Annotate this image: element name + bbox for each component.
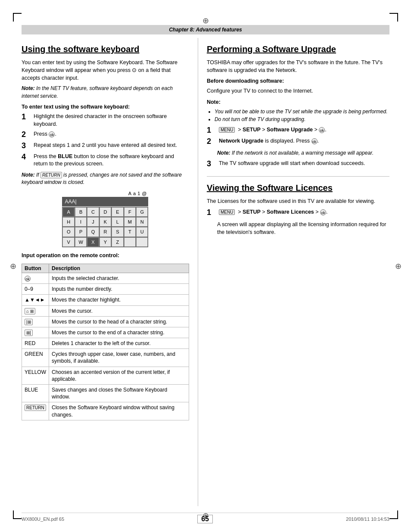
- licences-step-1: 1 MENU > SETUP > Software Licences > ok.: [207, 208, 389, 217]
- left-note1: Note: In the NET TV feature, software ke…: [22, 85, 189, 100]
- kbd-key-O: O: [62, 227, 74, 236]
- right-column: Performing a Software Upgrade TOSHIBA ma…: [198, 38, 389, 506]
- table-row: |⊞ Moves the cursor to the head of a cha…: [22, 316, 189, 327]
- kbd-key-C: C: [87, 207, 99, 217]
- btn-arrows: ▲▼◄►: [22, 295, 49, 305]
- kbd-key-K: K: [100, 217, 111, 227]
- return-icon: RETURN: [25, 404, 46, 411]
- kbd-key-Y: Y: [100, 237, 111, 247]
- table-row: RETURN Closes the Software Keyboard wind…: [22, 402, 189, 420]
- table-row: ⊞| Moves the cursor to the end of a char…: [22, 327, 189, 338]
- licences-intro: The Licenses for the software used in th…: [207, 197, 389, 205]
- kbd-key-G: G: [136, 207, 148, 217]
- menu-key-icon: MENU: [219, 127, 235, 133]
- kbd-key-Z: Z: [112, 237, 123, 247]
- ok-icon-2: ok: [311, 138, 318, 144]
- kbd-key-W: W: [75, 237, 87, 247]
- col-button: Button: [22, 264, 49, 273]
- kbd-top-row: A a 1 @: [62, 191, 148, 196]
- section-divider: [207, 176, 389, 177]
- crosshair-top: ⊕: [201, 16, 210, 25]
- table-heading: Input operation on the remote control:: [22, 252, 189, 259]
- upgrade-steps-list: 1 MENU > SETUP > Software Upgrade > ok. …: [207, 126, 389, 146]
- content-area: Using the software keyboard You can ente…: [22, 38, 389, 506]
- page-footer: WX800U_EN.pdf 65 65 2010/08/11 10:14:53: [22, 513, 389, 523]
- crosshair-right: ⊕: [394, 262, 402, 271]
- btn-end: ⊞|: [22, 327, 49, 338]
- btn-yellow: YELLOW: [22, 367, 49, 384]
- kbd-input-row: AAA|: [62, 197, 148, 206]
- table-row: RED Deletes 1 character to the left of t…: [22, 338, 189, 349]
- table-row: YELLOW Chooses an accented version of th…: [22, 367, 189, 384]
- step-2: 2 Press ok.: [22, 131, 189, 139]
- upgrade-step-3: 3 The TV software upgrade will start whe…: [207, 160, 389, 168]
- bullet-2: Do not turn off the TV during upgrading.: [215, 116, 389, 123]
- btn-red: RED: [22, 338, 49, 349]
- table-row: BLUE Saves changes and closes the Softwa…: [22, 385, 189, 402]
- btn-cursor: ⌂ ⊞: [22, 305, 49, 316]
- kbd-key-M: M: [124, 217, 136, 227]
- table-row: ▲▼◄► Moves the character highlight.: [22, 295, 189, 305]
- footer-right: 2010/08/11 10:14:53: [346, 516, 389, 522]
- bullet-1: You will not be able to use the TV set w…: [215, 108, 389, 115]
- kbd-key-N: N: [136, 217, 148, 227]
- kbd-key-S: S: [112, 227, 123, 236]
- kbd-key-P: P: [75, 227, 87, 236]
- kbd-key-empty2: [136, 237, 148, 247]
- table-row: ok Inputs the selected character.: [22, 273, 189, 283]
- col-description: Description: [49, 264, 189, 273]
- upgrade-note-label: Note:: [207, 98, 389, 106]
- kbd-key-L: L: [112, 217, 123, 227]
- btn-09: 0–9: [22, 284, 49, 295]
- kbd-key-empty1: [124, 237, 136, 247]
- licences-note: A screen will appear displaying all the …: [217, 221, 389, 236]
- step-3: 3 Repeat steps 1 and 2 until you have en…: [22, 142, 189, 150]
- left-note2: Note: If RETURN is pressed, changes are …: [22, 171, 189, 187]
- table-row: GREEN Cycles through upper case, lower c…: [22, 349, 189, 367]
- kbd-key-X: X: [87, 237, 99, 247]
- ok-icon: ok: [49, 131, 55, 137]
- kbd-key-I: I: [75, 217, 87, 227]
- step-1: 1 Highlight the desired character in the…: [22, 113, 189, 128]
- input-table: Button Description ok Inputs the selecte…: [22, 264, 189, 420]
- footer-left: WX800U_EN.pdf 65: [22, 516, 64, 522]
- ok-icon-3: ok: [320, 209, 326, 215]
- upgrade-step2-note: Note: If the network is not available, a…: [217, 149, 389, 157]
- kbd-key-B: B: [75, 207, 87, 217]
- ok-icon: ok: [25, 276, 31, 282]
- steps-heading: To enter text using the software keyboar…: [22, 103, 189, 111]
- kbd-key-D: D: [100, 207, 111, 217]
- licences-steps-list: 1 MENU > SETUP > Software Licences > ok.: [207, 208, 389, 217]
- corner-mark-tl: [13, 13, 22, 22]
- upgrade-step-1: 1 MENU > SETUP > Software Upgrade > ok.: [207, 126, 389, 135]
- kbd-grid: A B C D E F G H I J K L M N O P Q R S T: [62, 207, 148, 247]
- menu-key-icon-2: MENU: [219, 209, 235, 215]
- table-row: 0–9 Inputs the number directly.: [22, 284, 189, 295]
- corner-mark-bl: [13, 510, 22, 519]
- crosshair-left: ⊕: [9, 262, 17, 271]
- btn-ok: ok: [22, 273, 49, 283]
- chapter-header: Chapter 8: Advanced features: [22, 25, 389, 34]
- btn-head: |⊞: [22, 316, 49, 327]
- upgrade-intro: TOSHIBA may offer upgrades for the TV's …: [207, 59, 389, 74]
- upgrade-step-2: 2 Network Upgrade is displayed. Press ok…: [207, 137, 389, 146]
- licences-title: Viewing the Software Licences: [207, 183, 389, 193]
- left-section-title: Using the software keyboard: [22, 44, 189, 54]
- btn-return: RETURN: [22, 402, 49, 420]
- left-intro: You can enter text by using the Software…: [22, 59, 189, 82]
- kbd-key-E: E: [112, 207, 123, 217]
- return-key-icon: RETURN: [40, 172, 62, 178]
- left-column: Using the software keyboard You can ente…: [22, 38, 198, 506]
- corner-mark-br: [389, 510, 398, 519]
- keyboard-graphic: A a 1 @ AAA| A B C D E F G H I J K L M N: [62, 191, 148, 247]
- table-row: ⌂ ⊞ Moves the cursor.: [22, 305, 189, 316]
- btn-green: GREEN: [22, 349, 49, 367]
- kbd-key-J: J: [87, 217, 99, 227]
- page-number: 65: [197, 515, 213, 523]
- kbd-key-A: A: [62, 207, 74, 217]
- btn-blue: BLUE: [22, 385, 49, 402]
- kbd-key-H: H: [62, 217, 74, 227]
- ok-icon: ok: [319, 127, 325, 133]
- step-4: 4 Press the BLUE button to close the sof…: [22, 153, 189, 168]
- before-label: Before downloading software:: [207, 77, 389, 85]
